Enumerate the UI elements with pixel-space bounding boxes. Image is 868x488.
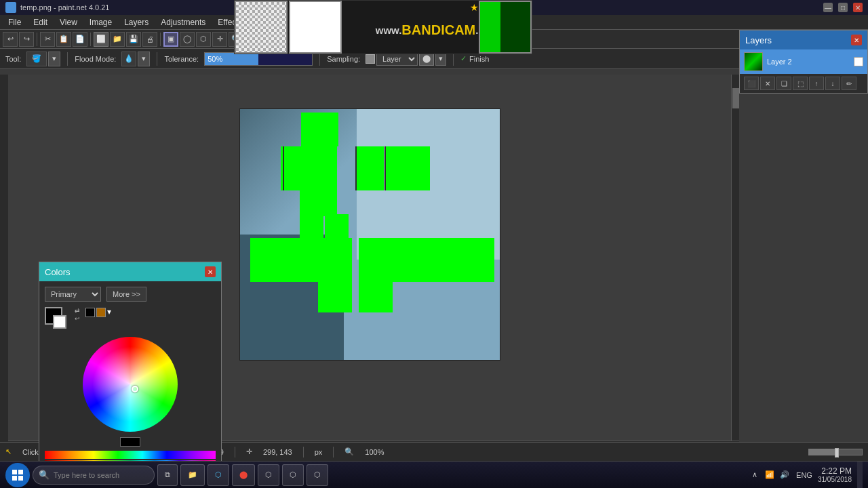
mini-black-swatch[interactable] xyxy=(85,308,95,317)
taskbar-explorer[interactable]: 📁 xyxy=(180,464,205,486)
more-button[interactable]: More >> xyxy=(106,287,146,302)
select-circle-button[interactable]: ◯ xyxy=(180,32,195,47)
toolbar-sep-3 xyxy=(160,33,161,46)
show-desktop-button[interactable] xyxy=(857,462,863,489)
green-rect-17 xyxy=(359,282,393,312)
finish-button[interactable]: ✓ Finish xyxy=(460,54,489,63)
layer-merge-btn[interactable]: ⬛ xyxy=(744,77,759,90)
toolbar-sep-1 xyxy=(37,33,37,46)
taskbar-edge[interactable]: ⬡ xyxy=(208,464,229,486)
language-indicator[interactable]: ENG xyxy=(796,471,812,479)
taskbar-task-view[interactable]: ⧉ xyxy=(157,464,178,486)
select-rect-button[interactable]: ▣ xyxy=(163,32,178,47)
title-text: temp.png - paint.net 4.0.21 xyxy=(20,3,109,12)
select-free-button[interactable]: ⬡ xyxy=(196,32,211,47)
layer-item-2[interactable]: Layer 2 ✓ xyxy=(740,49,867,74)
menu-edit[interactable]: Edit xyxy=(28,16,53,28)
cursor-icon: ↖ xyxy=(5,447,12,456)
clock-date: 31/05/2018 xyxy=(818,476,852,483)
thumb-1[interactable] xyxy=(235,1,288,54)
svg-rect-0 xyxy=(12,470,17,474)
secondary-swatch[interactable] xyxy=(53,315,66,329)
tool-selector[interactable]: 🪣 xyxy=(26,52,47,66)
clock[interactable]: 2:22 PM 31/05/2018 xyxy=(818,466,852,483)
tool-dropdown[interactable]: ▾ xyxy=(48,52,60,66)
layer-delete-btn[interactable]: ✕ xyxy=(760,77,775,90)
sampling-label: Sampling: xyxy=(327,55,360,63)
flood-mode-dropdown[interactable]: ▾ xyxy=(138,52,150,66)
zoom-slider-thumb[interactable] xyxy=(835,448,839,458)
primary-select[interactable]: Primary Secondary xyxy=(45,287,101,302)
layer-up-btn[interactable]: ↑ xyxy=(809,77,824,90)
menu-layers[interactable]: Layers xyxy=(119,16,154,28)
menubar: File Edit View Image Layers Adjustments … xyxy=(0,15,868,30)
reset-arrow[interactable]: ↩ xyxy=(75,315,80,322)
close-button[interactable]: ✕ xyxy=(853,3,863,12)
status-sep-4 xyxy=(333,447,334,458)
green-rect-5 xyxy=(386,146,430,190)
move-button[interactable]: ✛ xyxy=(212,32,227,47)
print-button[interactable]: 🖨 xyxy=(142,32,157,47)
layer-duplicate-btn[interactable]: ❑ xyxy=(776,77,791,90)
taskbar-search[interactable]: 🔍 Type here to search xyxy=(33,466,155,485)
green-rect-8 xyxy=(325,214,349,238)
finish-label: Finish xyxy=(469,55,489,63)
hex-color-preview xyxy=(120,437,140,447)
layer-thumb-2 xyxy=(744,52,763,71)
green-rect-12 xyxy=(359,238,393,282)
colors-header: Colors ✕ xyxy=(39,262,221,281)
swatch-arrows: ⇄ ↩ xyxy=(75,307,80,322)
swap-arrow[interactable]: ⇄ xyxy=(75,307,80,314)
layer-flatten-btn[interactable]: ⬚ xyxy=(793,77,808,90)
color-wheel[interactable] xyxy=(83,337,178,432)
units-label: px xyxy=(315,448,323,456)
thumb-2[interactable] xyxy=(289,1,342,54)
maximize-button[interactable]: □ xyxy=(838,3,848,12)
mini-orange-swatch[interactable] xyxy=(96,308,106,317)
taskbar-app1[interactable]: ⬡ xyxy=(258,464,279,486)
undo-button[interactable]: ↩ xyxy=(3,32,18,47)
tool-label: Tool: xyxy=(5,55,21,63)
green-rect-16 xyxy=(318,282,352,312)
copy-button[interactable]: 📋 xyxy=(56,32,71,47)
menu-image[interactable]: Image xyxy=(84,16,117,28)
menu-view[interactable]: View xyxy=(54,16,83,28)
menu-file[interactable]: File xyxy=(3,16,26,28)
thumb-3[interactable] xyxy=(479,1,532,54)
flood-mode-btn[interactable]: 💧 xyxy=(121,52,136,66)
cut-button[interactable]: ✂ xyxy=(40,32,55,47)
layer-name-2: Layer 2 xyxy=(767,58,850,66)
zoom-slider[interactable] xyxy=(808,449,863,455)
start-button[interactable] xyxy=(5,463,30,487)
layer-visible-2[interactable]: ✓ xyxy=(854,57,863,66)
save-button[interactable]: 💾 xyxy=(126,32,141,47)
tray-network[interactable]: 📶 xyxy=(764,469,776,481)
taskbar: 🔍 Type here to search ⧉ 📁 ⬡ ⬤ ⬡ ⬡ ⬡ ∧ 📶 … xyxy=(0,461,868,488)
open-button[interactable]: 📁 xyxy=(110,32,125,47)
layer-down-btn[interactable]: ↓ xyxy=(825,77,840,90)
colors-close-button[interactable]: ✕ xyxy=(205,266,216,277)
status-sep-3 xyxy=(303,447,304,458)
taskbar-app2[interactable]: ⬡ xyxy=(282,464,304,486)
mini-dropdown[interactable]: ▾ xyxy=(107,307,117,318)
taskbar-chrome[interactable]: ⬤ xyxy=(232,464,255,486)
minimize-button[interactable]: — xyxy=(823,3,833,12)
v-scrollbar[interactable] xyxy=(731,75,739,441)
status-sep-2 xyxy=(235,447,235,458)
paint-canvas xyxy=(239,108,500,361)
flood-mode-label: Flood Mode: xyxy=(75,55,116,63)
menu-adjustments[interactable]: Adjustments xyxy=(155,16,211,28)
layers-close-button[interactable]: ✕ xyxy=(851,35,862,45)
taskbar-app3[interactable]: ⬡ xyxy=(307,464,328,486)
redo-button[interactable]: ↪ xyxy=(19,32,34,47)
paste-button[interactable]: 📄 xyxy=(73,32,87,47)
v-scroll-thumb[interactable] xyxy=(732,88,739,108)
tray-sound[interactable]: 🔊 xyxy=(778,469,791,481)
new-button[interactable]: ⬜ xyxy=(94,32,108,47)
green-rect-14 xyxy=(427,238,460,282)
tray-icons: ∧ 📶 🔊 xyxy=(749,469,791,481)
v-scrollbar-track[interactable] xyxy=(0,75,8,449)
layer-properties-btn[interactable]: ✏ xyxy=(842,77,856,90)
svg-rect-1 xyxy=(18,470,23,474)
tray-chevron[interactable]: ∧ xyxy=(749,469,761,481)
